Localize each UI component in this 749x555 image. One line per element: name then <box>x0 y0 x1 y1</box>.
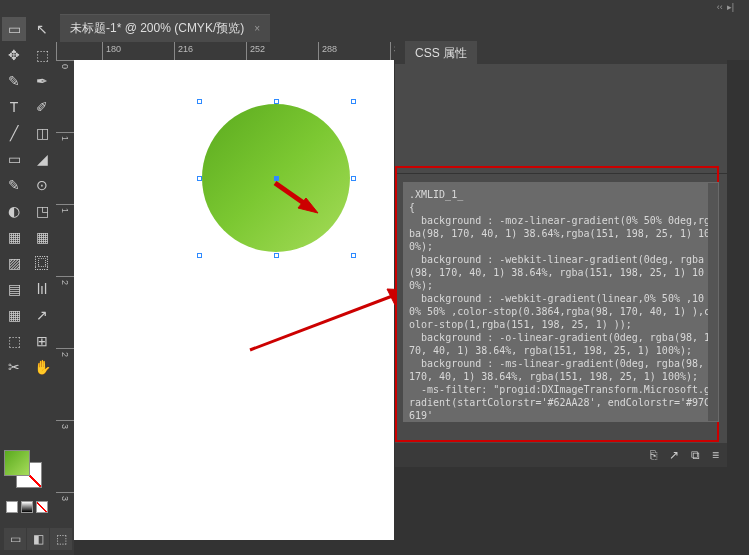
handle-top-left[interactable] <box>197 99 202 104</box>
close-icon[interactable]: × <box>254 23 260 34</box>
handle-top-right[interactable] <box>351 99 356 104</box>
panel-tab[interactable]: CSS 属性 <box>405 41 477 66</box>
mode-none-icon[interactable] <box>36 501 48 513</box>
tool-button[interactable]: ✎ <box>2 173 26 197</box>
tool-button[interactable]: ✐ <box>30 95 54 119</box>
document-tab-bar: 未标题-1* @ 200% (CMYK/预览) × <box>0 14 749 42</box>
tool-button[interactable]: ↖ <box>30 17 54 41</box>
tool-button[interactable]: ╱ <box>2 121 26 145</box>
handle-bot-mid[interactable] <box>274 253 279 258</box>
document-tab[interactable]: 未标题-1* @ 200% (CMYK/预览) × <box>60 14 270 42</box>
handle-mid-right[interactable] <box>351 176 356 181</box>
tool-button[interactable]: ▤ <box>2 277 26 301</box>
annotation-arrow-icon <box>245 285 415 355</box>
tool-button[interactable]: ↗ <box>30 303 54 327</box>
tool-button[interactable]: ⊞ <box>30 329 54 353</box>
fill-swatch[interactable] <box>4 450 30 476</box>
handle-top-mid[interactable] <box>274 99 279 104</box>
dock-icon[interactable]: ▸| <box>727 2 734 12</box>
tool-button[interactable]: lıl <box>30 277 54 301</box>
handle-bot-left[interactable] <box>197 253 202 258</box>
copy-icon[interactable]: ⎘ <box>650 448 657 462</box>
options-icon[interactable]: ⧉ <box>691 448 700 462</box>
panel-footer: ⎘ ↗ ⧉ ≡ <box>395 443 727 467</box>
tool-button[interactable]: ✂ <box>2 355 26 379</box>
screen-mode-3-icon[interactable]: ⬚ <box>50 528 72 550</box>
tool-button[interactable]: ⿴ <box>30 251 54 275</box>
tool-button[interactable]: ⬚ <box>2 329 26 353</box>
tool-button[interactable]: T <box>2 95 26 119</box>
css-code-output[interactable]: .XMLID_1_ { background : -moz-linear-gra… <box>403 182 719 422</box>
tool-button[interactable]: ✒ <box>30 69 54 93</box>
tool-button[interactable]: ▨ <box>2 251 26 275</box>
export-icon[interactable]: ↗ <box>669 448 679 462</box>
tool-button[interactable]: ▭ <box>2 17 26 41</box>
menu-icon[interactable]: ≡ <box>712 448 719 462</box>
svg-line-2 <box>250 295 395 350</box>
color-mode-toggles <box>6 501 48 513</box>
tool-button[interactable]: ✋ <box>30 355 54 379</box>
tool-button[interactable]: ◫ <box>30 121 54 145</box>
tool-button[interactable]: ⬚ <box>30 43 54 67</box>
fill-stroke-swatch[interactable] <box>4 450 44 490</box>
tool-button[interactable]: ◢ <box>30 147 54 171</box>
handle-bot-right[interactable] <box>351 253 356 258</box>
tool-button[interactable]: ✎ <box>2 69 26 93</box>
window-controls: ‹‹ ▸| <box>0 0 749 14</box>
panel-preview-area <box>395 64 727 174</box>
panel-code-wrap: .XMLID_1_ { background : -moz-linear-gra… <box>395 174 727 430</box>
annotation-arrow-icon <box>270 178 320 218</box>
css-properties-panel: CSS 属性 .XMLID_1_ { background : -moz-lin… <box>395 42 727 467</box>
tool-button[interactable]: ▦ <box>30 225 54 249</box>
handle-mid-left[interactable] <box>197 176 202 181</box>
tool-button[interactable]: ⊙ <box>30 173 54 197</box>
tool-button[interactable]: ▦ <box>2 303 26 327</box>
screen-mode-2-icon[interactable]: ◧ <box>27 528 49 550</box>
mode-normal-icon[interactable] <box>6 501 18 513</box>
tab-title: 未标题-1* @ 200% (CMYK/预览) <box>70 20 244 37</box>
tool-button[interactable]: ✥ <box>2 43 26 67</box>
screen-mode-1-icon[interactable]: ▭ <box>4 528 26 550</box>
tool-button[interactable]: ◐ <box>2 199 26 223</box>
mode-gradient-icon[interactable] <box>21 501 33 513</box>
vertical-ruler: 0 1 1 2 2 3 3 <box>56 60 74 555</box>
tool-button[interactable]: ▭ <box>2 147 26 171</box>
collapse-icon[interactable]: ‹‹ <box>717 2 723 12</box>
tool-button[interactable]: ◳ <box>30 199 54 223</box>
panel-header: CSS 属性 <box>395 42 727 64</box>
tool-button[interactable]: ▦ <box>2 225 26 249</box>
screen-mode-buttons: ▭ ◧ ⬚ <box>4 528 72 550</box>
